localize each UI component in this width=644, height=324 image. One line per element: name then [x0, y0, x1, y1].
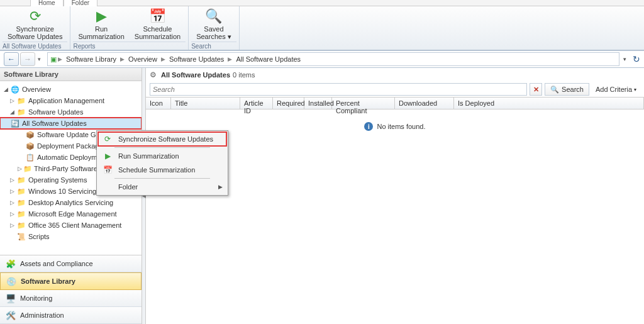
- saved-search-icon: 🔍: [204, 8, 224, 25]
- schedule-summarization-button[interactable]: 📅 Schedule Summarization: [130, 6, 186, 42]
- tree-application-management[interactable]: ▷📁Application Management: [0, 95, 142, 106]
- search-button[interactable]: 🔍Search: [545, 83, 589, 96]
- tree-office-365[interactable]: ▷📁Office 365 Client Management: [0, 220, 142, 231]
- tree-overview[interactable]: ◢🌐Overview: [0, 84, 142, 95]
- sync-icon: ⟳: [102, 134, 113, 144]
- workspace-software-library[interactable]: 💿Software Library: [0, 272, 142, 290]
- play-icon: ▶: [102, 151, 113, 161]
- col-installed[interactable]: Installed: [304, 98, 332, 109]
- tree-all-software-updates[interactable]: 🔄All Software Updates: [0, 118, 142, 129]
- tab-home[interactable]: Home: [30, 0, 64, 6]
- content-pane: ⚙ All Software Updates 0 items ✕ 🔍Search…: [146, 68, 644, 324]
- tree-edge-management[interactable]: ▷📁Microsoft Edge Management: [0, 208, 142, 220]
- col-icon[interactable]: Icon: [146, 98, 171, 109]
- ctx-folder-submenu[interactable]: Folder ▶: [98, 180, 226, 194]
- ctx-run-summarization[interactable]: ▶ Run Summarization: [98, 149, 226, 163]
- nav-forward-button[interactable]: →: [20, 52, 35, 66]
- saved-searches-button[interactable]: 🔍 Saved Searches ▾: [191, 6, 236, 42]
- chevron-right-icon: ▶: [218, 184, 223, 190]
- context-menu: ⟳ Synchronize Software Updates ▶ Run Sum…: [96, 130, 228, 196]
- tree-scripts[interactable]: 📜Scripts: [0, 231, 142, 242]
- synchronize-software-updates-button[interactable]: ⟳ Synchronize Software Updates: [3, 6, 67, 42]
- ribbon-tabs: Home Folder: [0, 0, 644, 6]
- monitor-icon: 🖥️: [5, 293, 16, 303]
- play-icon: ▶: [91, 8, 111, 25]
- search-input[interactable]: [150, 83, 527, 96]
- add-criteria-button[interactable]: Add Criteria▾: [592, 86, 640, 93]
- refresh-icon[interactable]: ↻: [633, 54, 640, 64]
- breadcrumb-item[interactable]: Overview: [126, 55, 160, 63]
- col-required[interactable]: Required: [273, 98, 304, 109]
- calendar-icon: 📅: [102, 165, 113, 175]
- ctx-separator: [114, 178, 210, 179]
- run-summarization-button[interactable]: ▶ Run Summarization: [73, 6, 129, 42]
- nav-back-button[interactable]: ←: [4, 52, 19, 66]
- library-icon: 💿: [6, 276, 17, 286]
- tab-folder[interactable]: Folder: [64, 0, 97, 6]
- ctx-synchronize-software-updates[interactable]: ⟳ Synchronize Software Updates: [98, 132, 226, 146]
- sync-icon: ⟳: [25, 8, 45, 25]
- tree-desktop-analytics[interactable]: ▷📁Desktop Analytics Servicing: [0, 197, 142, 208]
- breadcrumb-path: ▣ ▶ Software Library ▶ Overview ▶ Softwa…: [47, 52, 619, 66]
- content-settings-icon[interactable]: ⚙: [150, 70, 158, 79]
- ctx-schedule-summarization[interactable]: 📅 Schedule Summarization: [98, 163, 226, 177]
- content-count: 0 items: [233, 71, 255, 79]
- search-icon: 🔍: [550, 86, 559, 94]
- nav-history-dropdown[interactable]: ▾: [38, 56, 41, 62]
- ribbon-group-reports: Reports: [73, 42, 186, 50]
- sidebar: Software Library ◢🌐Overview ▷📁Applicatio…: [0, 68, 142, 324]
- assets-icon: 🧩: [5, 259, 16, 269]
- calendar-icon: 📅: [147, 8, 167, 25]
- info-icon: i: [364, 122, 373, 131]
- col-is-deployed[interactable]: Is Deployed: [454, 98, 644, 109]
- breadcrumb-root-icon: ▣: [50, 55, 57, 64]
- ribbon: ⟳ Synchronize Software Updates All Softw…: [0, 6, 644, 50]
- workspace-monitoring[interactable]: 🖥️Monitoring: [0, 290, 142, 307]
- sidebar-title: Software Library: [0, 68, 142, 81]
- col-title[interactable]: Title: [171, 98, 240, 109]
- ribbon-group-all-software-updates: All Software Updates: [3, 42, 67, 50]
- content-title: All Software Updates: [161, 71, 230, 79]
- workspace-administration[interactable]: 🛠️Administration: [0, 307, 142, 324]
- col-article-id[interactable]: Article ID: [240, 98, 273, 109]
- col-downloaded[interactable]: Downloaded: [395, 98, 454, 109]
- breadcrumb-item[interactable]: Software Library: [64, 55, 119, 63]
- breadcrumb-item[interactable]: Software Updates: [167, 55, 226, 63]
- workspace-assets[interactable]: 🧩Assets and Compliance: [0, 255, 142, 272]
- breadcrumb-bar: ← → ▾ ▣ ▶ Software Library ▶ Overview ▶ …: [0, 50, 644, 68]
- clear-search-button[interactable]: ✕: [530, 83, 542, 96]
- admin-icon: 🛠️: [5, 310, 16, 320]
- col-percent-compliant[interactable]: Percent Compliant: [332, 98, 395, 109]
- ribbon-group-search: Search: [191, 42, 236, 50]
- column-headers: Icon Title Article ID Required Installed…: [146, 97, 644, 109]
- workspace-nav: 🧩Assets and Compliance 💿Software Library…: [0, 255, 142, 324]
- ctx-separator: [114, 147, 210, 148]
- tree-software-updates[interactable]: ◢📁Software Updates: [0, 106, 142, 118]
- breadcrumb-dropdown[interactable]: ▾: [623, 56, 626, 62]
- breadcrumb-item[interactable]: All Software Updates: [233, 55, 303, 63]
